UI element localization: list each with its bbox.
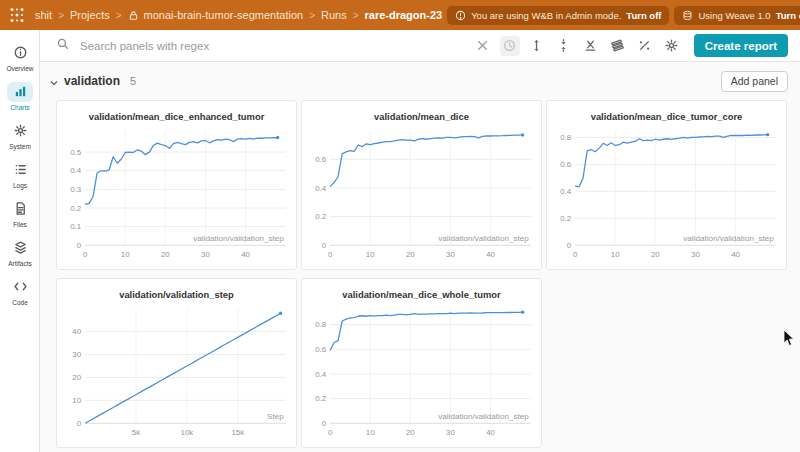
add-panel-button[interactable]: Add panel xyxy=(721,71,788,92)
search-icon xyxy=(56,37,70,55)
admin-turn-off-button[interactable]: Turn off xyxy=(626,10,661,21)
panel-settings-icon[interactable] xyxy=(608,36,628,56)
chart-title: validation/mean_dice_enhanced_tumor xyxy=(89,112,265,122)
x-tick-label: 30 xyxy=(446,250,455,259)
weave-notice-text: Using Weave 1.0 xyxy=(698,10,770,21)
sidebar-item-label: Logs xyxy=(13,182,27,189)
expand-panels-icon[interactable] xyxy=(527,36,547,56)
weave-turn-off-button[interactable]: Turn off xyxy=(776,10,800,21)
y-tick-label: 0 xyxy=(322,241,327,250)
layers-icon xyxy=(7,238,33,258)
chart-panel[interactable]: 00.20.40.6010203040validation/validation… xyxy=(301,100,542,270)
section-header: validation 5 Add panel xyxy=(40,62,800,100)
sidebar-item-files[interactable]: Files xyxy=(0,194,40,232)
x-tick-label: 10 xyxy=(366,250,375,259)
x-tick-label: 40 xyxy=(486,250,495,259)
x-tick-label: 10 xyxy=(611,250,620,259)
line-chart: 00.20.40.6010203040validation/validation… xyxy=(302,101,541,269)
chart-title: validation/mean_dice_whole_tumor xyxy=(342,290,501,300)
outliers-icon[interactable] xyxy=(635,36,655,56)
y-tick-label: 0 xyxy=(77,241,82,250)
panel-search-input[interactable] xyxy=(78,39,467,53)
code-icon xyxy=(7,277,33,297)
sidebar-item-overview[interactable]: Overview xyxy=(0,38,40,76)
lock-icon xyxy=(128,10,139,21)
y-tick-label: 40 xyxy=(72,327,81,336)
y-tick-label: 0.8 xyxy=(315,320,327,329)
y-tick-label: 0 xyxy=(77,419,82,428)
x-tick-label: 20 xyxy=(651,250,660,259)
breadcrumb-user[interactable]: shit xyxy=(35,9,52,21)
panel-grid: 00.10.20.30.40.5010203040validation/vali… xyxy=(40,100,800,452)
x-axis-label: Step xyxy=(267,412,284,421)
admin-mode-banner[interactable]: You are using W&B in Admin mode. Turn of… xyxy=(447,6,669,25)
breadcrumb-runs[interactable]: Runs xyxy=(321,9,347,21)
x-axis-label: validation/validation_step xyxy=(438,412,529,421)
sidebar-item-system[interactable]: System xyxy=(0,116,40,154)
line-chart: 00.20.40.60.8010203040validation/validat… xyxy=(547,101,786,269)
x-tick-label: 10 xyxy=(121,250,130,259)
bar-chart-icon xyxy=(7,82,33,102)
y-tick-label: 0 xyxy=(322,419,327,428)
x-tick-label: 0 xyxy=(328,250,333,259)
sidebar-item-logs[interactable]: Logs xyxy=(0,155,40,193)
weave-banner[interactable]: Using Weave 1.0 Turn off xyxy=(674,6,800,25)
chart-panel[interactable]: 00.10.20.30.40.5010203040validation/vali… xyxy=(56,100,297,270)
y-tick-label: 0.4 xyxy=(315,184,327,193)
sidebar-item-artifacts[interactable]: Artifacts xyxy=(0,233,40,271)
wandb-logo-icon[interactable] xyxy=(8,6,26,24)
breadcrumb-separator: > xyxy=(116,10,122,21)
create-report-button[interactable]: Create report xyxy=(694,34,788,57)
breadcrumb-projects[interactable]: Projects xyxy=(70,9,110,21)
x-axis-label: validation/validation_step xyxy=(193,234,284,243)
collapse-panels-icon[interactable] xyxy=(554,36,574,56)
x-tick-label: 10 xyxy=(366,428,375,437)
y-tick-label: 0.6 xyxy=(560,160,572,169)
x-tick-label: 20 xyxy=(161,250,170,259)
x-tick-label: 40 xyxy=(241,250,250,259)
chart-panel[interactable]: 00.20.40.60.8010203040validation/validat… xyxy=(301,278,542,448)
x-tick-label: 30 xyxy=(691,250,700,259)
database-icon xyxy=(682,10,693,21)
chart-title: validation/mean_dice xyxy=(374,112,469,122)
main-content: validation 5 Add panel 00.10.20.30.40.50… xyxy=(40,62,800,452)
chart-title: validation/validation_step xyxy=(119,290,234,300)
y-tick-label: 20 xyxy=(72,373,81,382)
line-chart: 00.10.20.30.40.5010203040validation/vali… xyxy=(57,101,296,269)
sidebar-item-label: Code xyxy=(12,299,28,306)
alert-circle-icon xyxy=(455,10,466,21)
x-tick-label: 30 xyxy=(446,428,455,437)
x-tick-label: 40 xyxy=(731,250,740,259)
history-icon[interactable] xyxy=(500,36,520,56)
x-axis-label: validation/validation_step xyxy=(438,234,529,243)
list-icon xyxy=(7,160,33,180)
y-tick-label: 0.6 xyxy=(315,345,327,354)
settings-gear-icon[interactable] xyxy=(662,36,682,56)
chevron-down-icon[interactable] xyxy=(48,75,60,87)
section-title[interactable]: validation xyxy=(64,74,120,88)
chart-panel[interactable]: 00.20.40.60.8010203040validation/validat… xyxy=(546,100,787,270)
breadcrumb-project[interactable]: monai-brain-tumor-segmentation xyxy=(144,9,304,21)
x-tick-label: 0 xyxy=(573,250,578,259)
breadcrumb-run-name[interactable]: rare-dragon-23 xyxy=(365,9,443,21)
y-tick-label: 0.4 xyxy=(315,370,327,379)
sidebar-item-label: Overview xyxy=(6,65,33,72)
y-tick-label: 0.2 xyxy=(315,394,326,403)
x-axis-icon[interactable] xyxy=(581,36,601,56)
y-tick-label: 0.2 xyxy=(315,212,326,221)
line-chart: 00.20.40.60.8010203040validation/validat… xyxy=(302,279,541,447)
x-tick-label: 30 xyxy=(201,250,210,259)
breadcrumb-separator: > xyxy=(309,10,315,21)
panel-search-toolbar: Create report xyxy=(40,30,800,62)
clear-search-icon[interactable] xyxy=(473,36,493,56)
line-chart: 0102030405k10k15kStepvalidation/validati… xyxy=(57,279,296,447)
y-tick-label: 0.8 xyxy=(560,133,572,142)
sidebar-item-label: Charts xyxy=(10,104,29,111)
chart-panel[interactable]: 0102030405k10k15kStepvalidation/validati… xyxy=(56,278,297,448)
sidebar-item-charts[interactable]: Charts xyxy=(0,77,40,115)
y-tick-label: 0.3 xyxy=(70,185,82,194)
gear-icon xyxy=(7,121,33,141)
sidebar-item-code[interactable]: Code xyxy=(0,272,40,310)
x-tick-label: 40 xyxy=(486,428,495,437)
sidebar-item-label: Artifacts xyxy=(8,260,31,267)
